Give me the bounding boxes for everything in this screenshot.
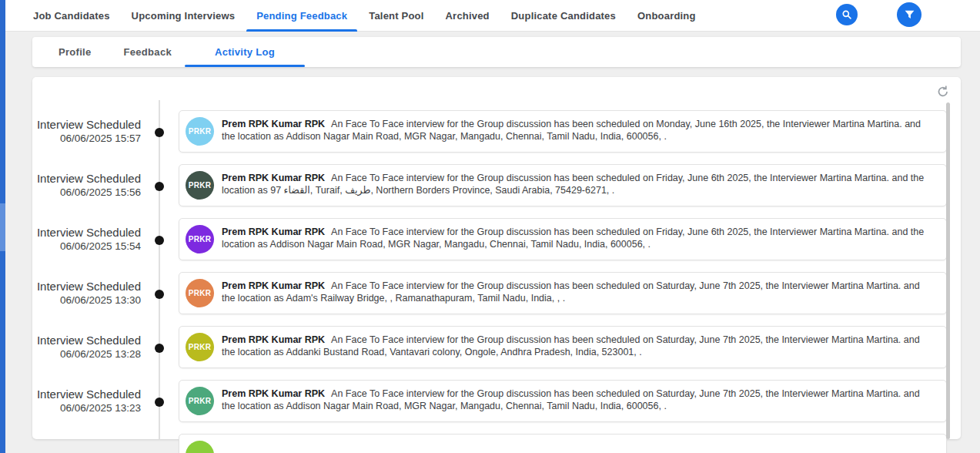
activity-entry: Interview Scheduled 06/06/2025 13:28 PRK… xyxy=(32,326,961,380)
entry-status: Interview Scheduled xyxy=(32,171,141,186)
nav-item-upcoming-interviews[interactable]: Upcoming Interviews xyxy=(122,0,246,31)
entry-card: PRKR Prem RPK Kumar RPKAn Face To Face i… xyxy=(179,326,947,368)
nav-item-duplicate-candidates[interactable]: Duplicate Candidates xyxy=(501,0,626,31)
entry-label: Interview Scheduled 06/06/2025 15:56 xyxy=(32,171,141,200)
refresh-icon xyxy=(936,85,950,99)
timeline-dot xyxy=(155,398,164,407)
list-scrollbar-thumb[interactable] xyxy=(946,102,950,439)
entry-status: Interview Scheduled xyxy=(32,225,141,240)
entry-message: An Face To Face interview for the Group … xyxy=(222,334,920,357)
timeline-dot xyxy=(155,128,164,137)
entry-timestamp: 06/06/2025 15:54 xyxy=(32,240,141,253)
entry-name: Prem RPK Kumar RPK xyxy=(222,173,325,183)
entry-card: PRKR Prem RPK Kumar RPKAn Face To Face i… xyxy=(179,218,947,260)
sidebar-scrollbar-thumb[interactable] xyxy=(0,203,5,251)
entry-avatar: PRKR xyxy=(186,171,214,200)
top-nav: Job CandidatesUpcoming InterviewsPending… xyxy=(0,0,980,32)
timeline-dot xyxy=(155,182,164,191)
entry-timestamp: 06/06/2025 13:30 xyxy=(32,294,141,307)
entry-avatar: PRKR xyxy=(186,117,214,146)
entry-name: Prem RPK Kumar RPK xyxy=(222,226,325,237)
top-nav-items: Job CandidatesUpcoming InterviewsPending… xyxy=(23,0,707,31)
entry-timestamp: 06/06/2025 13:23 xyxy=(32,401,141,415)
entry-status: Interview Scheduled xyxy=(32,117,141,132)
activity-entry: Interview Scheduled 06/06/2025 13:30 PRK… xyxy=(32,272,961,326)
search-button[interactable] xyxy=(836,4,858,25)
nav-item-pending-feedback[interactable]: Pending Feedback xyxy=(246,0,357,31)
entry-card: PRKR Prem RPK Kumar RPKAn Face To Face i… xyxy=(179,164,947,206)
tab-activity-log[interactable]: Activity Log xyxy=(199,37,291,67)
entry-timestamp: 06/06/2025 13:28 xyxy=(32,347,141,361)
entry-message: An Face To Face interview for the Group … xyxy=(222,280,920,304)
entry-name: Prem RPK Kumar RPK xyxy=(222,119,325,129)
filter-button[interactable] xyxy=(897,2,921,27)
activity-entry xyxy=(32,434,961,453)
timeline-dot xyxy=(155,236,164,245)
entry-avatar: PRKR xyxy=(186,279,214,307)
tab-bar: ProfileFeedbackActivity Log xyxy=(32,37,961,67)
entry-label: Interview Scheduled 06/06/2025 15:57 xyxy=(32,117,141,146)
entry-label: Interview Scheduled 06/06/2025 13:28 xyxy=(32,333,141,361)
entry-message: An Face To Face interview for the Group … xyxy=(222,173,924,196)
timeline-dot xyxy=(155,344,164,353)
entry-label: Interview Scheduled 06/06/2025 13:30 xyxy=(32,279,141,307)
activity-log-panel: Interview Scheduled 06/06/2025 15:57 PRK… xyxy=(32,77,961,439)
entry-card: PRKR Prem RPK Kumar RPKAn Face To Face i… xyxy=(179,380,947,422)
entry-name: Prem RPK Kumar RPK xyxy=(222,388,325,399)
activity-entry: Interview Scheduled 06/06/2025 15:57 PRK… xyxy=(32,110,961,164)
sidebar-strip xyxy=(0,0,5,453)
entry-card: PRKR Prem RPK Kumar RPKAn Face To Face i… xyxy=(179,110,947,153)
entry-text: Prem RPK Kumar RPKAn Face To Face interv… xyxy=(222,280,934,304)
entry-message: An Face To Face interview for the Group … xyxy=(222,388,920,411)
nav-item-archived[interactable]: Archived xyxy=(436,0,500,31)
activity-entry: Interview Scheduled 06/06/2025 13:23 PRK… xyxy=(32,380,961,434)
entry-text: Prem RPK Kumar RPKAn Face To Face interv… xyxy=(222,118,934,143)
entry-name: Prem RPK Kumar RPK xyxy=(222,280,325,291)
entry-status: Interview Scheduled xyxy=(32,279,141,294)
entry-text: Prem RPK Kumar RPKAn Face To Face interv… xyxy=(222,388,934,412)
tab-profile[interactable]: Profile xyxy=(42,37,108,67)
nav-item-talent-pool[interactable]: Talent Pool xyxy=(359,0,433,31)
activity-entry: Interview Scheduled 06/06/2025 15:54 PRK… xyxy=(32,218,961,272)
nav-item-onboarding[interactable]: Onboarding xyxy=(627,0,706,31)
entry-status: Interview Scheduled xyxy=(32,333,141,347)
activity-entry: Interview Scheduled 06/06/2025 15:56 PRK… xyxy=(32,164,961,218)
timeline-dot xyxy=(155,290,164,299)
entry-text: Prem RPK Kumar RPKAn Face To Face interv… xyxy=(222,334,934,358)
entry-avatar: PRKR xyxy=(186,225,214,253)
refresh-button[interactable] xyxy=(936,85,950,99)
entry-timestamp: 06/06/2025 15:57 xyxy=(32,132,141,146)
entry-card xyxy=(179,434,947,453)
filter-icon xyxy=(904,9,915,21)
entry-avatar: PRKR xyxy=(186,333,214,361)
nav-item-job-candidates[interactable]: Job Candidates xyxy=(23,0,120,31)
entry-label: Interview Scheduled 06/06/2025 15:54 xyxy=(32,225,141,253)
entry-avatar xyxy=(186,441,214,453)
entry-text xyxy=(222,441,934,453)
entry-message: An Face To Face interview for the Group … xyxy=(222,119,921,142)
entry-timestamp: 06/06/2025 15:56 xyxy=(32,186,141,200)
entry-text: Prem RPK Kumar RPKAn Face To Face interv… xyxy=(222,226,934,250)
tab-feedback[interactable]: Feedback xyxy=(108,37,188,67)
entry-avatar: PRKR xyxy=(186,387,214,415)
entry-message: An Face To Face interview for the Group … xyxy=(222,226,924,250)
entry-label: Interview Scheduled 06/06/2025 13:23 xyxy=(32,387,141,415)
entry-name: Prem RPK Kumar RPK xyxy=(222,334,325,345)
entry-status: Interview Scheduled xyxy=(32,387,141,401)
entry-card: PRKR Prem RPK Kumar RPKAn Face To Face i… xyxy=(179,272,947,314)
entry-text: Prem RPK Kumar RPKAn Face To Face interv… xyxy=(222,172,934,196)
search-icon xyxy=(841,9,852,20)
